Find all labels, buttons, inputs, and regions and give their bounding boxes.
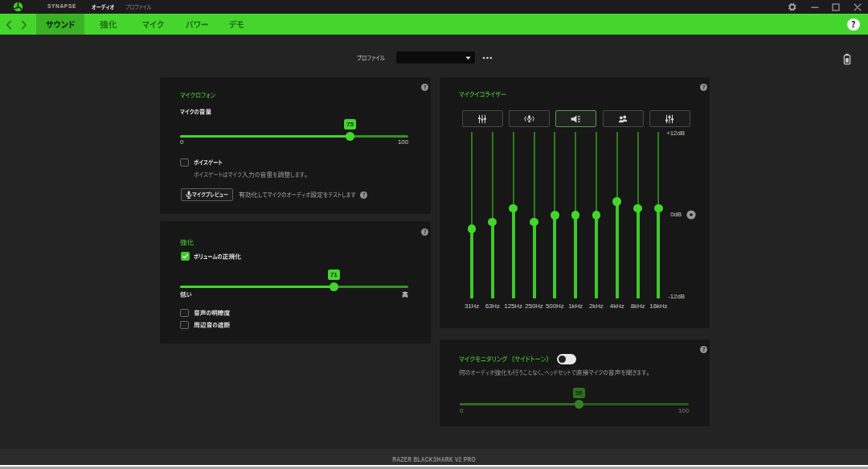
vocal-clarity-label: 音声の明瞭度 bbox=[194, 310, 230, 316]
maximize-icon[interactable] bbox=[832, 3, 840, 11]
menu-item-synapse[interactable]: SYNAPSE bbox=[47, 4, 76, 10]
normalization-min-label: 低い bbox=[180, 291, 192, 298]
ambient-noise-label: 周辺音の遮断 bbox=[194, 322, 230, 328]
tab-power[interactable]: パワー bbox=[186, 20, 208, 29]
eq-slider-4-track-lower[interactable] bbox=[533, 222, 536, 298]
sidetone-track-fill bbox=[460, 403, 579, 405]
sidetone-value-badge: 50 bbox=[573, 388, 586, 398]
eq-slider-3-track-lower[interactable] bbox=[512, 208, 515, 298]
panel-microphone-title: マイクロフォン bbox=[180, 92, 215, 99]
eq-reset-icon[interactable] bbox=[686, 209, 697, 220]
eq-slider-2-track-upper[interactable] bbox=[492, 132, 493, 222]
menu-item-audio[interactable]: オーディオ bbox=[92, 4, 114, 10]
mic-preview-button-label: マイクプレビュー bbox=[192, 191, 228, 198]
sidetone-max: 100 bbox=[678, 408, 689, 414]
eq-slider-8-thumb[interactable] bbox=[612, 197, 621, 206]
toggle-knob bbox=[559, 356, 567, 364]
eq-preset-button-1[interactable] bbox=[462, 110, 503, 127]
nav-back-icon[interactable] bbox=[5, 20, 13, 30]
eq-slider-5-track-upper[interactable] bbox=[554, 132, 555, 216]
normalization-track-fill bbox=[180, 286, 334, 288]
eq-slider-5-track-lower[interactable] bbox=[553, 216, 556, 299]
eq-slider-7-thumb[interactable] bbox=[592, 211, 601, 220]
panel-monitoring-title: マイクモニタリング（サイドトーン） bbox=[459, 356, 550, 363]
panel-microphone-info-icon[interactable]: ? bbox=[421, 84, 428, 91]
nav-help-button[interactable]: ? bbox=[847, 19, 860, 31]
nav-forward-icon[interactable] bbox=[20, 20, 28, 30]
tab-demo[interactable]: デモ bbox=[229, 20, 244, 29]
tab-mic[interactable]: マイク bbox=[142, 20, 164, 29]
eq-slider-7-track-lower[interactable] bbox=[595, 216, 598, 299]
ambient-noise-checkbox[interactable] bbox=[180, 321, 189, 330]
eq-slider-1-track-lower[interactable] bbox=[470, 229, 473, 298]
voice-gate-description: ボイスゲートはマイク入力の音量を調整します。 bbox=[194, 171, 308, 178]
tab-enhancement[interactable]: 強化 bbox=[100, 20, 117, 29]
panel-equalizer-title: マイクイコライザー bbox=[459, 91, 506, 98]
eq-slider-1-track-upper[interactable] bbox=[471, 132, 473, 229]
menu-item-profile[interactable]: プロファイル bbox=[125, 4, 152, 10]
eq-preset-button-3[interactable] bbox=[555, 110, 596, 127]
eq-slider-9-track-upper[interactable] bbox=[637, 132, 639, 208]
mic-volume-value: 75 bbox=[346, 121, 354, 128]
more-options-icon[interactable] bbox=[482, 56, 494, 60]
monitoring-description: 何のオーディオ強化も行うことなく、ヘッドセットで直接マイクの音声を聞きます。 bbox=[459, 369, 649, 376]
volume-normalization-checkbox[interactable] bbox=[181, 252, 190, 261]
panel-equalizer-info-icon[interactable]: ? bbox=[700, 84, 707, 91]
sidetone-min: 0 bbox=[460, 408, 463, 414]
vocal-clarity-checkbox[interactable] bbox=[180, 309, 189, 318]
eq-slider-8-track-upper[interactable] bbox=[616, 132, 618, 201]
razer-logo-icon[interactable] bbox=[13, 2, 23, 12]
volume-normalization-label: ボリュームの正規化 bbox=[194, 253, 241, 260]
minimize-icon[interactable] bbox=[811, 3, 819, 11]
eq-scale-max: +12dB bbox=[666, 130, 685, 137]
eq-slider-10-track-lower[interactable] bbox=[657, 208, 660, 298]
eq-slider-10-thumb[interactable] bbox=[654, 204, 663, 213]
eq-slider-5-thumb[interactable] bbox=[551, 211, 559, 220]
eq-freq-label-4: 250Hz bbox=[525, 303, 543, 310]
caret-down-icon bbox=[465, 56, 471, 60]
normalization-thumb[interactable] bbox=[330, 282, 338, 291]
eq-freq-label-6: 1kHz bbox=[568, 303, 583, 310]
panel-enhancement-title: 強化 bbox=[180, 239, 194, 246]
eq-preset-button-5[interactable] bbox=[649, 110, 690, 127]
eq-preset-button-2[interactable] bbox=[509, 110, 550, 127]
eq-slider-3-track-upper[interactable] bbox=[513, 132, 514, 208]
eq-slider-9-thumb[interactable] bbox=[633, 204, 642, 213]
sidetone-thumb[interactable] bbox=[575, 400, 583, 409]
eq-slider-8-track-lower[interactable] bbox=[616, 201, 619, 298]
eq-slider-2-track-lower[interactable] bbox=[491, 222, 494, 298]
profile-label: プロファイル bbox=[357, 55, 385, 61]
mic-volume-value-badge: 75 bbox=[344, 119, 357, 130]
eq-slider-9-track-lower[interactable] bbox=[637, 208, 640, 298]
mic-noise-icon bbox=[524, 114, 534, 124]
eq-freq-label-1: 31Hz bbox=[465, 303, 479, 310]
eq-slider-10-track-upper[interactable] bbox=[657, 132, 659, 208]
settings-gear-icon[interactable] bbox=[788, 2, 797, 12]
mic-preview-info-icon[interactable]: ? bbox=[360, 191, 367, 199]
mic-volume-track-fill bbox=[180, 135, 350, 138]
panel-monitoring-info-icon[interactable]: ? bbox=[700, 346, 707, 353]
panel-monitoring bbox=[440, 339, 710, 426]
eq-preset-button-4[interactable] bbox=[603, 110, 644, 127]
profile-select[interactable] bbox=[396, 51, 476, 64]
broadcast-icon bbox=[571, 114, 581, 124]
normalization-max-label: 高 bbox=[402, 291, 408, 298]
tab-sound[interactable]: サウンド bbox=[46, 20, 75, 29]
monitoring-toggle[interactable] bbox=[557, 354, 576, 364]
sidetone-value: 50 bbox=[575, 389, 583, 397]
eq-freq-label-7: 2kHz bbox=[589, 303, 604, 310]
eq-slider-7-track-upper[interactable] bbox=[596, 132, 597, 216]
panel-enhancement-info-icon[interactable]: ? bbox=[421, 228, 428, 236]
voice-gate-label: ボイスゲート bbox=[194, 159, 223, 166]
voice-gate-checkbox[interactable] bbox=[180, 158, 189, 167]
close-icon[interactable] bbox=[854, 3, 862, 11]
taskbar-strip bbox=[0, 465, 868, 469]
eq-slider-4-track-upper[interactable] bbox=[534, 132, 535, 222]
mic-preview-hint: 有効化してマイクのオーディオ設定をテストします bbox=[239, 191, 356, 198]
battery-icon bbox=[843, 53, 851, 65]
eq-flat-icon bbox=[477, 114, 488, 124]
eq-slider-6-track-upper[interactable] bbox=[575, 132, 576, 216]
mic-volume-thumb[interactable] bbox=[346, 132, 354, 141]
eq-slider-6-track-lower[interactable] bbox=[574, 216, 577, 299]
eq-slider-3-thumb[interactable] bbox=[509, 204, 518, 213]
